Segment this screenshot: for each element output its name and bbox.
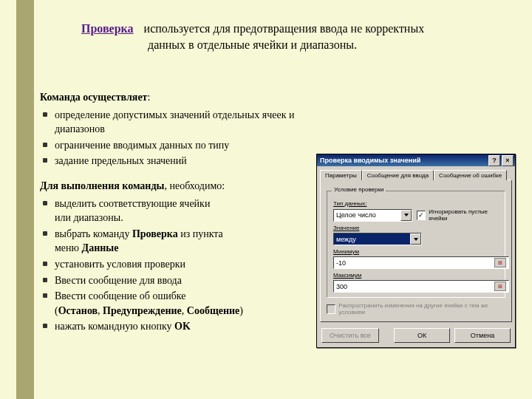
spread-checkbox: Распространить изменения на другие ячейк…: [327, 302, 505, 316]
max-label: Максимум: [333, 272, 499, 279]
range-picker-icon[interactable]: ⊞: [494, 282, 506, 291]
section1-lead: Команда осуществляет:: [40, 90, 321, 105]
list-item: выбрать команду Проверка из пунктаменю Д…: [40, 227, 321, 256]
range-picker-icon[interactable]: ⊞: [494, 258, 506, 267]
page-title: Проверка: [81, 22, 134, 35]
ignore-blank-checkbox[interactable]: ✓Игнорировать пустые ячейки: [417, 208, 499, 222]
list-item: задание предельных значений: [40, 154, 321, 168]
tab-parameters[interactable]: Параметры: [320, 170, 362, 180]
close-button[interactable]: ×: [502, 155, 514, 166]
header-desc-2: данных в отдельные ячейки и диапазоны.: [148, 38, 357, 51]
list-item: ограничение вводимых данных по типу: [40, 138, 321, 153]
list-item: установить условия проверки: [40, 257, 321, 272]
validation-dialog: Проверка вводимых значений ? × Параметры…: [316, 154, 516, 348]
decorative-sidebar: [16, 0, 34, 399]
list-item: выделить соответствующие ячейкиили диапа…: [40, 197, 321, 225]
condition-label: Значение: [333, 225, 499, 231]
group-caption: Условие проверки: [332, 186, 386, 193]
header-block: Проверка используется для предотвращения…: [81, 21, 495, 52]
content-block: Команда осуществляет: определение допуст…: [40, 90, 321, 344]
list-item: определение допустимых значений отдельны…: [40, 108, 321, 137]
list-item: Ввести сообщение об ошибке(Останов, Пред…: [40, 289, 321, 318]
min-label: Минимум: [333, 248, 499, 255]
max-input[interactable]: 300⊞: [333, 280, 509, 293]
dialog-panel: Условие проверки Тип данных: Целое число…: [320, 180, 512, 322]
tab-input-message[interactable]: Сообщение для ввода: [362, 170, 434, 180]
cancel-button[interactable]: Отмена: [454, 328, 511, 343]
dialog-buttons: Очистить все ОК Отмена: [317, 325, 515, 347]
ok-button[interactable]: ОК: [394, 328, 450, 343]
list-item: нажать командную кнопку OK: [40, 319, 321, 334]
type-label: Тип данных:: [333, 200, 499, 207]
type-combo[interactable]: Целое число: [333, 209, 412, 222]
section2-list: выделить соответствующие ячейкиили диапа…: [40, 197, 321, 334]
section1-list: определение допустимых значений отдельны…: [40, 108, 321, 168]
chevron-down-icon: [400, 210, 412, 221]
dialog-tabs: Параметры Сообщение для ввода Сообщение …: [317, 166, 515, 180]
dialog-titlebar[interactable]: Проверка вводимых значений ? ×: [317, 154, 515, 166]
dialog-title: Проверка вводимых значений: [320, 157, 487, 164]
criteria-group: Условие проверки Тип данных: Целое число…: [327, 191, 505, 298]
chevron-down-icon: [410, 233, 421, 245]
tab-error-message[interactable]: Сообщение об ошибке: [434, 170, 507, 180]
condition-combo[interactable]: между: [333, 233, 422, 245]
section2-lead: Для выполнения команды, необходимо:: [40, 179, 321, 194]
list-item: Ввести сообщение для ввода: [40, 273, 321, 288]
clear-all-button[interactable]: Очистить все: [321, 328, 379, 343]
help-button[interactable]: ?: [488, 155, 500, 166]
header-desc-1: используется для предотвращения ввода не…: [144, 22, 425, 35]
min-input[interactable]: -10⊞: [333, 256, 509, 269]
